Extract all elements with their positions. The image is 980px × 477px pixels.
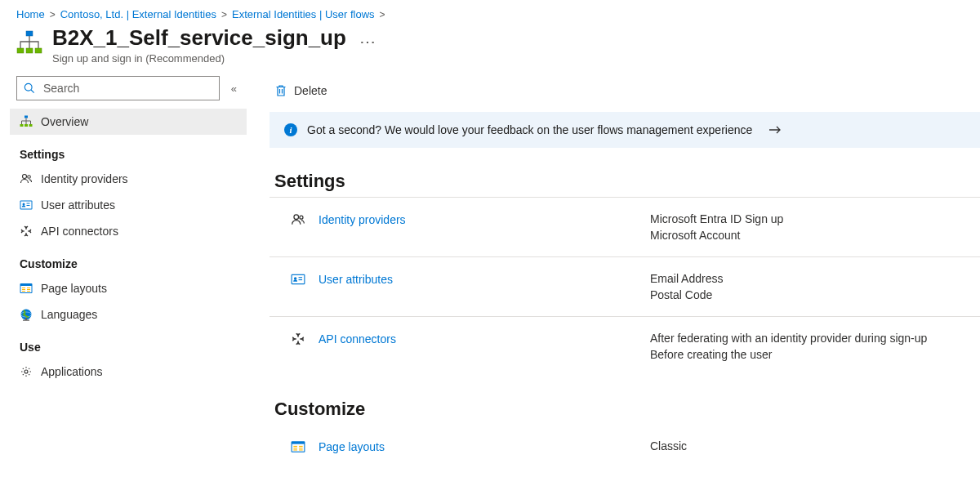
- sidebar-item-identity-providers[interactable]: Identity providers: [10, 166, 247, 192]
- user-flow-icon: [16, 30, 42, 56]
- value-text: Email Address: [650, 272, 975, 285]
- info-icon: i: [284, 123, 297, 136]
- delete-label: Delete: [294, 84, 327, 97]
- svg-rect-6: [24, 116, 28, 118]
- svg-point-29: [24, 370, 28, 373]
- value-text: Postal Code: [650, 288, 975, 301]
- link-identity-providers[interactable]: Identity providers: [318, 213, 406, 226]
- trash-icon: [274, 84, 287, 97]
- layout-icon: [20, 282, 33, 295]
- search-box[interactable]: [16, 76, 220, 100]
- people-icon: [291, 212, 305, 227]
- svg-rect-33: [292, 275, 305, 283]
- sidebar-item-label: User attributes: [41, 198, 115, 212]
- value-text: Microsoft Account: [650, 229, 975, 242]
- sidebar-item-label: Languages: [41, 308, 97, 321]
- search-icon: [24, 82, 35, 94]
- chevron-right-icon: >: [50, 9, 56, 20]
- detail-row-user-attributes: User attributes Email Address Postal Cod…: [270, 257, 980, 317]
- page-title-area: B2X_1_Self_service_sign_up ⋯ Sign up and…: [0, 25, 980, 73]
- detail-row-api-connectors: API connectors After federating with an …: [270, 317, 980, 376]
- link-user-attributes[interactable]: User attributes: [318, 273, 393, 286]
- sidebar-item-user-attributes[interactable]: User attributes: [10, 192, 247, 218]
- id-card-icon: [20, 198, 33, 212]
- sidebar-item-label: Identity providers: [41, 172, 128, 185]
- globe-icon: [20, 308, 33, 321]
- section-title-settings: Settings: [270, 171, 980, 192]
- detail-row-identity-providers: Identity providers Microsoft Entra ID Si…: [270, 198, 980, 257]
- sidebar-item-label: API connectors: [41, 225, 118, 238]
- svg-rect-39: [293, 446, 297, 447]
- chevron-right-icon: >: [380, 9, 385, 20]
- sidebar-item-label: Applications: [41, 365, 103, 378]
- svg-rect-23: [27, 289, 30, 290]
- svg-point-31: [300, 216, 303, 219]
- svg-rect-1: [17, 48, 24, 53]
- breadcrumb-home[interactable]: Home: [16, 8, 45, 20]
- svg-rect-40: [293, 448, 297, 448]
- svg-point-10: [23, 175, 27, 179]
- svg-rect-42: [299, 446, 303, 447]
- feedback-text: Got a second? We would love your feedbac…: [307, 123, 752, 136]
- overview-icon: [20, 115, 33, 128]
- value-text: After federating with an identity provid…: [650, 332, 975, 345]
- sidebar-item-api-connectors[interactable]: API connectors: [10, 218, 247, 244]
- svg-point-14: [23, 203, 25, 206]
- svg-rect-24: [27, 291, 30, 292]
- svg-rect-9: [29, 124, 33, 127]
- svg-line-5: [31, 90, 34, 93]
- svg-rect-41: [293, 449, 297, 450]
- svg-rect-3: [35, 48, 42, 53]
- section-title-customize: Customize: [270, 399, 980, 420]
- sidebar-group-use: Use: [10, 328, 247, 359]
- svg-rect-2: [26, 48, 33, 53]
- layout-icon: [291, 439, 305, 454]
- svg-rect-19: [22, 288, 25, 288]
- sidebar-item-overview[interactable]: Overview: [10, 109, 247, 135]
- svg-rect-0: [26, 31, 33, 36]
- id-card-icon: [291, 272, 305, 287]
- sidebar-item-applications[interactable]: Applications: [10, 359, 247, 385]
- svg-rect-7: [20, 124, 24, 127]
- svg-rect-43: [299, 448, 303, 448]
- sidebar-item-label: Overview: [41, 115, 88, 128]
- command-bar: Delete: [270, 76, 980, 112]
- detail-row-page-layouts: Page layouts Classic: [270, 425, 980, 469]
- svg-rect-44: [299, 449, 303, 450]
- collapse-sidebar-button[interactable]: «: [228, 79, 240, 98]
- svg-rect-8: [24, 124, 28, 127]
- breadcrumb-userflows[interactable]: External Identities | User flows: [232, 8, 375, 20]
- svg-point-4: [24, 83, 32, 91]
- svg-point-30: [294, 215, 299, 220]
- people-icon: [20, 172, 33, 185]
- link-api-connectors[interactable]: API connectors: [318, 332, 396, 345]
- sidebar-item-label: Page layouts: [41, 282, 107, 295]
- svg-rect-22: [27, 288, 30, 288]
- connectors-icon: [20, 225, 33, 238]
- svg-rect-13: [21, 202, 32, 209]
- page-title: B2X_1_Self_service_sign_up: [52, 25, 346, 51]
- sidebar-group-settings: Settings: [10, 135, 247, 166]
- svg-point-11: [28, 176, 31, 179]
- page-subtitle: Sign up and sign in (Recommended): [52, 52, 379, 65]
- delete-button[interactable]: Delete: [270, 81, 332, 100]
- chevron-right-icon: >: [221, 9, 227, 20]
- search-input[interactable]: [42, 81, 212, 96]
- breadcrumb: Home > Contoso, Ltd. | External Identiti…: [0, 0, 980, 25]
- breadcrumb-contoso[interactable]: Contoso, Ltd. | External Identities: [60, 8, 216, 20]
- gear-icon: [20, 365, 33, 378]
- svg-rect-28: [23, 320, 29, 321]
- sidebar-item-page-layouts[interactable]: Page layouts: [10, 275, 247, 301]
- main-content: Delete i Got a second? We would love you…: [247, 73, 980, 477]
- link-page-layouts[interactable]: Page layouts: [318, 440, 385, 453]
- svg-rect-20: [22, 289, 25, 290]
- value-text: Before creating the user: [650, 348, 975, 361]
- svg-point-34: [294, 277, 296, 279]
- value-text: Classic: [650, 439, 975, 452]
- sidebar-item-languages[interactable]: Languages: [10, 301, 247, 328]
- more-actions-button[interactable]: ⋯: [356, 33, 379, 50]
- feedback-banner[interactable]: i Got a second? We would love your feedb…: [270, 112, 980, 148]
- svg-rect-21: [22, 291, 25, 292]
- arrow-right-icon: [768, 125, 782, 135]
- value-text: Microsoft Entra ID Sign up: [650, 212, 975, 225]
